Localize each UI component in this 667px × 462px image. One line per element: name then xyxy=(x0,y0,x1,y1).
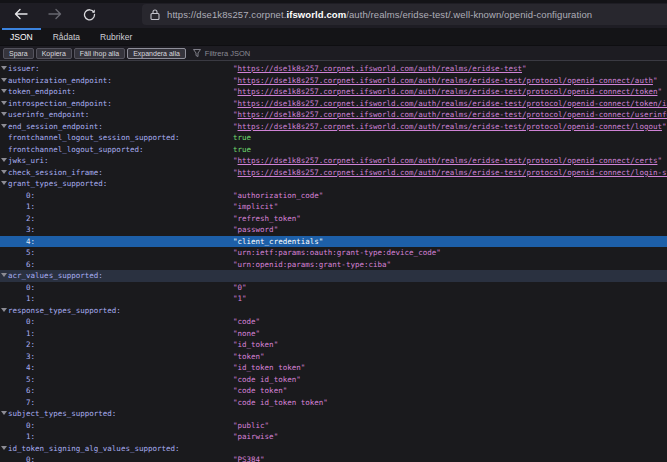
json-row[interactable]: 0:"PS384" xyxy=(0,454,667,462)
json-row[interactable]: userinfo_endpoint:"https://dse1k8s257.co… xyxy=(0,109,667,121)
json-value-link[interactable]: https://dse1k8s257.corpnet.ifsworld.com/… xyxy=(238,64,522,73)
json-row[interactable]: 1:"none" xyxy=(0,328,667,340)
twisty-collapse-icon[interactable] xyxy=(1,158,7,162)
json-row[interactable]: token_endpoint:"https://dse1k8s257.corpn… xyxy=(0,86,667,98)
json-row[interactable]: 6:"code token" xyxy=(0,385,667,397)
json-row[interactable]: frontchannel_logout_session_supported:tr… xyxy=(0,132,667,144)
json-key: 0: xyxy=(0,421,35,430)
json-key: grant_types_supported: xyxy=(0,179,107,188)
json-row[interactable]: acr_values_supported: xyxy=(0,270,667,282)
tab-rådata[interactable]: Rådata xyxy=(43,28,90,45)
tab-json[interactable]: JSON xyxy=(0,28,43,45)
json-key: subject_types_supported: xyxy=(0,409,116,418)
quote: " xyxy=(662,122,667,131)
json-row[interactable]: id_token_signing_alg_values_supported: xyxy=(0,443,667,455)
twisty-collapse-icon[interactable] xyxy=(1,446,7,450)
json-row[interactable]: 0:"public" xyxy=(0,420,667,432)
json-value: "refresh_token" xyxy=(233,213,301,225)
json-value-link[interactable]: https://dse1k8s257.corpnet.ifsworld.com/… xyxy=(238,87,658,96)
json-row[interactable]: 7:"code id_token token" xyxy=(0,397,667,409)
json-value: "https://dse1k8s257.corpnet.ifsworld.com… xyxy=(233,86,662,98)
json-row[interactable]: jwks_uri:"https://dse1k8s257.corpnet.ifs… xyxy=(0,155,667,167)
twisty-collapse-icon[interactable] xyxy=(1,66,7,70)
json-row[interactable]: response_types_supported: xyxy=(0,305,667,317)
forward-arrow-icon xyxy=(48,8,62,20)
json-key: frontchannel_logout_session_supported: xyxy=(0,133,180,142)
json-value: true xyxy=(233,144,251,156)
json-row[interactable]: authorization_endpoint:"https://dse1k8s2… xyxy=(0,75,667,87)
lock-icon xyxy=(150,9,160,20)
json-value: "password" xyxy=(233,224,278,236)
twisty-collapse-icon[interactable] xyxy=(1,124,7,128)
json-row[interactable]: 5:"code id_token" xyxy=(0,374,667,386)
json-row[interactable]: 1:"1" xyxy=(0,293,667,305)
json-row[interactable]: grant_types_supported: xyxy=(0,178,667,190)
json-row[interactable]: 3:"password" xyxy=(0,224,667,236)
twisty-collapse-icon[interactable] xyxy=(1,411,7,415)
json-value: "https://dse1k8s257.corpnet.ifsworld.com… xyxy=(233,75,657,87)
json-row[interactable]: 1:"implicit" xyxy=(0,201,667,213)
twisty-collapse-icon[interactable] xyxy=(1,101,7,105)
twisty-collapse-icon[interactable] xyxy=(1,308,7,312)
json-row[interactable]: 4:"client_credentials" xyxy=(0,236,667,248)
filter-json-input[interactable]: Filtrera JSON xyxy=(193,49,250,58)
twisty-collapse-icon[interactable] xyxy=(1,273,7,277)
json-key: 3: xyxy=(0,352,35,361)
forward-button[interactable] xyxy=(42,3,68,25)
json-row[interactable]: 2:"id_token" xyxy=(0,339,667,351)
json-value-link[interactable]: https://dse1k8s257.corpnet.ifsworld.com/… xyxy=(238,168,667,177)
copy-button[interactable]: Kopiera xyxy=(36,48,72,59)
twisty-collapse-icon[interactable] xyxy=(1,89,7,93)
quote: " xyxy=(653,76,658,85)
json-value-link[interactable]: https://dse1k8s257.corpnet.ifsworld.com/… xyxy=(238,110,667,119)
json-value: "none" xyxy=(233,328,260,340)
twisty-collapse-icon[interactable] xyxy=(1,181,7,185)
json-key: frontchannel_logout_supported: xyxy=(0,145,143,154)
json-key: 1: xyxy=(0,329,35,338)
json-value-link[interactable]: https://dse1k8s257.corpnet.ifsworld.com/… xyxy=(238,156,658,165)
json-key: 0: xyxy=(0,191,35,200)
json-row[interactable]: 3:"token" xyxy=(0,351,667,363)
json-row[interactable]: 0:"code" xyxy=(0,316,667,328)
json-key: 3: xyxy=(0,225,35,234)
url-bar[interactable]: https://dse1k8s257.corpnet.ifsworld.com/… xyxy=(142,4,667,25)
json-value: "authorization_code" xyxy=(233,190,323,202)
json-key: 6: xyxy=(0,260,35,269)
json-row[interactable]: end_session_endpoint:"https://dse1k8s257… xyxy=(0,121,667,133)
json-value: "token" xyxy=(233,351,265,363)
json-key: 0: xyxy=(0,455,35,462)
json-value-link[interactable]: https://dse1k8s257.corpnet.ifsworld.com/… xyxy=(238,122,662,131)
filter-placeholder: Filtrera JSON xyxy=(205,49,250,58)
json-row[interactable]: 5:"urn:ietf:params:oauth:grant-type:devi… xyxy=(0,247,667,259)
json-key: check_session_iframe: xyxy=(0,168,103,177)
json-row[interactable]: 1:"pairwise" xyxy=(0,431,667,443)
reload-button[interactable] xyxy=(76,3,102,25)
json-row[interactable]: 2:"refresh_token" xyxy=(0,213,667,225)
json-value-link[interactable]: https://dse1k8s257.corpnet.ifsworld.com/… xyxy=(238,99,667,108)
json-row[interactable]: frontchannel_logout_supported:true xyxy=(0,144,667,156)
expand-all-button[interactable]: Expandera alla xyxy=(127,48,186,59)
json-value: "0" xyxy=(233,282,247,294)
json-value: "code id_token token" xyxy=(233,397,328,409)
back-button[interactable] xyxy=(8,3,34,25)
json-row[interactable]: check_session_iframe:"https://dse1k8s257… xyxy=(0,167,667,179)
json-value: "https://dse1k8s257.corpnet.ifsworld.com… xyxy=(233,98,667,110)
json-row[interactable]: 6:"urn:openid:params:grant-type:ciba" xyxy=(0,259,667,271)
json-key: 6: xyxy=(0,386,35,395)
json-row[interactable]: issuer:"https://dse1k8s257.corpnet.ifswo… xyxy=(0,63,667,75)
json-value: "https://dse1k8s257.corpnet.ifsworld.com… xyxy=(233,121,666,133)
collapse-all-button[interactable]: Fäll ihop alla xyxy=(74,48,125,59)
json-value: "code token" xyxy=(233,385,287,397)
json-row[interactable]: 4:"id_token token" xyxy=(0,362,667,374)
json-value-link[interactable]: https://dse1k8s257.corpnet.ifsworld.com/… xyxy=(238,76,653,85)
json-row[interactable]: 0:"authorization_code" xyxy=(0,190,667,202)
json-key: 4: xyxy=(0,237,35,246)
save-button[interactable]: Spara xyxy=(3,48,34,59)
json-row[interactable]: introspection_endpoint:"https://dse1k8s2… xyxy=(0,98,667,110)
tab-rubriker[interactable]: Rubriker xyxy=(90,28,142,45)
json-row[interactable]: 0:"0" xyxy=(0,282,667,294)
json-row[interactable]: subject_types_supported: xyxy=(0,408,667,420)
twisty-collapse-icon[interactable] xyxy=(1,170,7,174)
twisty-collapse-icon[interactable] xyxy=(1,78,7,82)
twisty-collapse-icon[interactable] xyxy=(1,112,7,116)
